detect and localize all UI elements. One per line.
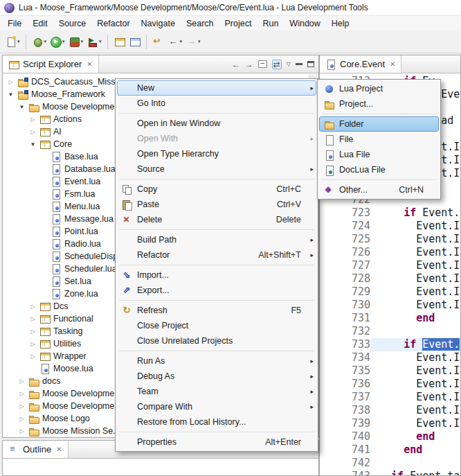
- collapse-arrow-icon[interactable]: ▷: [29, 116, 37, 123]
- menu-item-open-type-hierarchy[interactable]: Open Type Hierarchy: [117, 146, 316, 161]
- tab-outline[interactable]: Outline ✕: [3, 441, 69, 458]
- menu-item-lua-file[interactable]: Lua File: [319, 147, 439, 162]
- menu-item-other[interactable]: Other...Ctrl+N: [319, 182, 439, 197]
- code-text[interactable]: Event.I: [370, 417, 460, 430]
- collapse-arrow-icon[interactable]: ▷: [29, 303, 37, 310]
- last-edit-location-button[interactable]: [151, 33, 165, 51]
- menu-item-file[interactable]: File: [319, 132, 439, 147]
- line-number[interactable]: 725: [320, 233, 370, 246]
- code-line[interactable]: 731 end: [320, 312, 460, 325]
- menu-navigate[interactable]: Navigate: [136, 17, 181, 30]
- collapse-arrow-icon[interactable]: ▷: [29, 129, 37, 135]
- code-line[interactable]: 738 Event.I: [320, 404, 460, 417]
- code-line[interactable]: 741 end: [320, 443, 460, 457]
- show-table-view-button[interactable]: [127, 33, 142, 51]
- external-tools-button[interactable]: ▾: [85, 33, 103, 51]
- code-line[interactable]: 742: [320, 457, 460, 470]
- code-text[interactable]: end: [370, 312, 460, 325]
- collapse-arrow-icon[interactable]: ▷: [18, 403, 26, 409]
- link-with-editor-icon[interactable]: ⇄: [272, 60, 282, 69]
- line-number[interactable]: 731: [320, 312, 370, 325]
- menu-item-run-as[interactable]: Run As▸: [117, 353, 316, 369]
- menu-item-restore-from-local-history[interactable]: Restore from Local History...: [117, 414, 316, 430]
- line-number[interactable]: 738: [320, 404, 370, 417]
- code-line[interactable]: 740 end: [320, 430, 460, 443]
- menu-item-import[interactable]: Import...: [117, 267, 316, 283]
- menu-item-close-unrelated-projects[interactable]: Close Unrelated Projects: [117, 333, 316, 349]
- code-text[interactable]: [370, 457, 460, 470]
- line-number[interactable]: 737: [320, 391, 370, 404]
- line-number[interactable]: 727: [320, 259, 370, 272]
- menu-source[interactable]: Source: [53, 17, 92, 30]
- menu-item-go-into[interactable]: Go Into: [117, 96, 316, 111]
- collapse-arrow-icon[interactable]: ▷: [7, 79, 15, 85]
- menu-item-new[interactable]: New▸: [117, 80, 316, 96]
- menu-search[interactable]: Search: [181, 17, 219, 30]
- code-text[interactable]: Event.I: [370, 351, 460, 364]
- collapse-arrow-icon[interactable]: ▷: [29, 353, 37, 360]
- menu-item-refactor[interactable]: RefactorAlt+Shift+T▸: [117, 247, 316, 263]
- code-line[interactable]: 733 if Event.: [320, 338, 460, 351]
- line-number[interactable]: 733: [320, 338, 370, 351]
- maximize-icon[interactable]: [307, 61, 314, 67]
- line-number[interactable]: 739: [320, 417, 370, 430]
- code-text[interactable]: if Event.ta: [370, 470, 460, 475]
- code-line[interactable]: 728 Event.I: [320, 272, 460, 285]
- collapse-arrow-icon[interactable]: ▷: [29, 316, 37, 322]
- menu-refactor[interactable]: Refactor: [91, 17, 135, 30]
- menu-item-refresh[interactable]: RefreshF5: [117, 303, 316, 318]
- code-line[interactable]: 739 Event.I: [320, 417, 460, 430]
- code-text[interactable]: Event.I: [370, 404, 460, 417]
- code-text[interactable]: Event.I: [370, 259, 460, 272]
- code-text[interactable]: [370, 325, 460, 338]
- line-number[interactable]: 736: [320, 378, 370, 391]
- code-line[interactable]: 735 Event.I: [320, 364, 460, 378]
- menu-project[interactable]: Project: [219, 17, 257, 30]
- line-number[interactable]: 723: [320, 206, 370, 220]
- expand-arrow-icon[interactable]: ▼: [7, 91, 15, 98]
- code-text[interactable]: Event.I: [370, 272, 460, 285]
- line-number[interactable]: 734: [320, 351, 370, 364]
- menu-item-compare-with[interactable]: Compare With▸: [117, 399, 316, 414]
- code-line[interactable]: 737 Event.I: [320, 391, 460, 404]
- back-button[interactable]: ▾: [166, 33, 184, 51]
- show-data-view-button[interactable]: [112, 33, 127, 51]
- menu-item-debug-as[interactable]: Debug As▸: [117, 369, 316, 384]
- menu-item-close-project[interactable]: Close Project: [117, 318, 316, 333]
- collapse-arrow-icon[interactable]: ▷: [29, 341, 37, 347]
- menu-item-export[interactable]: Export...: [117, 283, 316, 298]
- expand-arrow-icon[interactable]: ▼: [18, 104, 26, 110]
- view-back-icon[interactable]: ←: [232, 60, 240, 69]
- code-line[interactable]: 743 if Event.ta: [320, 470, 460, 475]
- menu-item-doclua-file[interactable]: DocLua File: [319, 162, 439, 177]
- menu-window[interactable]: Window: [284, 17, 325, 30]
- code-text[interactable]: Event.I: [370, 378, 460, 391]
- code-text[interactable]: Event.I: [370, 299, 460, 312]
- code-line[interactable]: 723 if Event.: [320, 206, 460, 220]
- close-icon[interactable]: ✕: [390, 60, 395, 68]
- line-number[interactable]: 724: [320, 220, 370, 233]
- menu-item-properties[interactable]: PropertiesAlt+Enter: [117, 434, 316, 450]
- code-text[interactable]: Event.I: [370, 233, 460, 246]
- new-wizard-button[interactable]: ▾: [3, 33, 21, 51]
- code-text[interactable]: Event.I: [370, 364, 460, 378]
- collapse-arrow-icon[interactable]: ▷: [18, 416, 26, 422]
- menu-file[interactable]: File: [2, 17, 27, 30]
- code-line[interactable]: 725 Event.I: [320, 233, 460, 246]
- menu-item-source[interactable]: Source▸: [117, 161, 316, 177]
- menu-item-project[interactable]: Project...: [319, 96, 439, 112]
- code-text[interactable]: Event.I: [370, 246, 460, 259]
- line-number[interactable]: 732: [320, 325, 370, 338]
- code-text[interactable]: end: [370, 430, 460, 443]
- forward-button[interactable]: ▾: [184, 33, 202, 51]
- coverage-button[interactable]: ▾: [67, 33, 85, 51]
- menu-item-lua-project[interactable]: Lua Project: [319, 81, 439, 96]
- menu-item-copy[interactable]: CopyCtrl+C: [117, 182, 316, 197]
- menu-help[interactable]: Help: [326, 17, 355, 30]
- code-text[interactable]: if Event.: [370, 206, 460, 220]
- code-line[interactable]: 727 Event.I: [320, 259, 460, 272]
- code-line[interactable]: 732: [320, 325, 460, 338]
- code-text[interactable]: Event.I: [370, 391, 460, 404]
- debug-button[interactable]: ▾: [30, 33, 48, 51]
- menu-item-paste[interactable]: PasteCtrl+V: [117, 197, 316, 212]
